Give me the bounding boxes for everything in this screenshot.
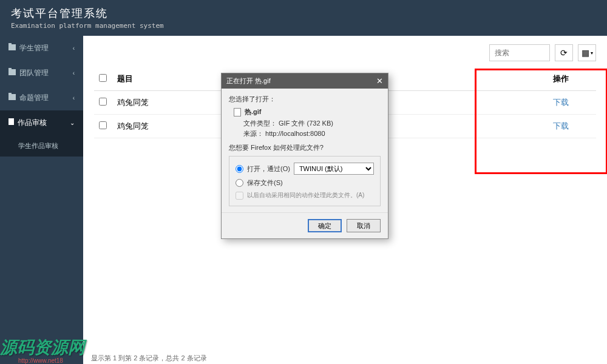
columns-button[interactable]: ▦▾ [578,44,596,61]
sidebar-item-team[interactable]: 团队管理 ‹ [0,61,83,86]
chevron-left-icon: ‹ [73,95,75,101]
sidebar-item-review[interactable]: 作品审核 ⌄ [0,110,83,135]
caret-down-icon: ▾ [591,50,593,56]
pagination-info: 显示第 1 到第 2 条记录，总共 2 条记录 [91,354,207,363]
sidebar-item-label: 学生管理 [19,44,49,52]
col-title[interactable]: 题目 [112,67,226,91]
toolbar: ⟳ ▦▾ [94,44,596,61]
sidebar-item-label: 命题管理 [19,93,49,102]
app-subtitle: Examination platform management system [11,22,596,30]
download-link[interactable]: 下载 [553,121,569,130]
remember-label: 以后自动采用相同的动作处理此类文件。(A) [247,191,364,200]
refresh-icon: ⟳ [560,48,568,58]
remember-checkbox [236,192,243,200]
file-icon [234,108,241,116]
app-header: 考试平台管理系统 Examination platform management… [0,0,607,36]
dialog-titlebar[interactable]: 正在打开 热.gif ✕ [222,73,388,89]
app-title: 考试平台管理系统 [11,6,596,21]
refresh-button[interactable]: ⟳ [555,44,573,61]
sidebar-item-label: 作品审核 [18,118,47,127]
filetype-value: GIF 文件 (732 KB) [279,120,333,127]
sidebar: 学生管理 ‹ 团队管理 ‹ 命题管理 ‹ 作品审核 ⌄ 学生作品审核 [0,36,83,364]
chevron-down-icon: ⌄ [70,120,75,126]
folder-icon [8,94,16,100]
chevron-left-icon: ‹ [73,70,75,76]
download-link[interactable]: 下载 [553,98,569,107]
sidebar-item-label: 团队管理 [19,69,49,77]
folder-icon [8,44,16,50]
filetype-label: 文件类型： [243,120,277,127]
dialog-title: 正在打开 热.gif [226,76,271,86]
chevron-left-icon: ‹ [73,45,75,52]
sidebar-subitem-student-works[interactable]: 学生作品审核 [0,135,83,157]
download-dialog: 正在打开 热.gif ✕ 您选择了打开： 热.gif 文件类型： GIF 文件 … [221,73,388,239]
search-input[interactable] [489,44,550,61]
dialog-filename: 热.gif [245,107,262,116]
open-with-radio[interactable] [236,165,243,173]
source-value: http://localhost:8080 [265,130,325,137]
sidebar-item-question[interactable]: 命题管理 ‹ [0,86,83,110]
col-ops: 操作 [526,67,596,91]
grid-icon: ▦ [582,48,589,58]
save-file-label: 保存文件(S) [247,178,283,187]
file-icon [8,118,14,125]
ok-button[interactable]: 确定 [308,219,342,232]
select-all-checkbox[interactable] [99,74,107,82]
open-with-select[interactable]: TWINUI (默认) [294,163,374,175]
close-icon[interactable]: ✕ [376,76,383,86]
row-checkbox[interactable] [99,98,107,106]
open-with-label: 打开，通过(O) [247,164,290,174]
sidebar-item-student[interactable]: 学生管理 ‹ [0,36,83,61]
dialog-chose-label: 您选择了打开： [229,95,381,104]
folder-icon [8,69,16,75]
cancel-button[interactable]: 取消 [347,219,381,232]
cell-title: 鸡兔同笼 [112,115,226,138]
dialog-question: 您想要 Firefox 如何处理此文件? [229,143,381,152]
cell-title: 鸡兔同笼 [112,91,226,115]
save-file-radio[interactable] [236,179,243,187]
source-label: 来源： [243,130,263,137]
row-checkbox[interactable] [99,121,107,129]
